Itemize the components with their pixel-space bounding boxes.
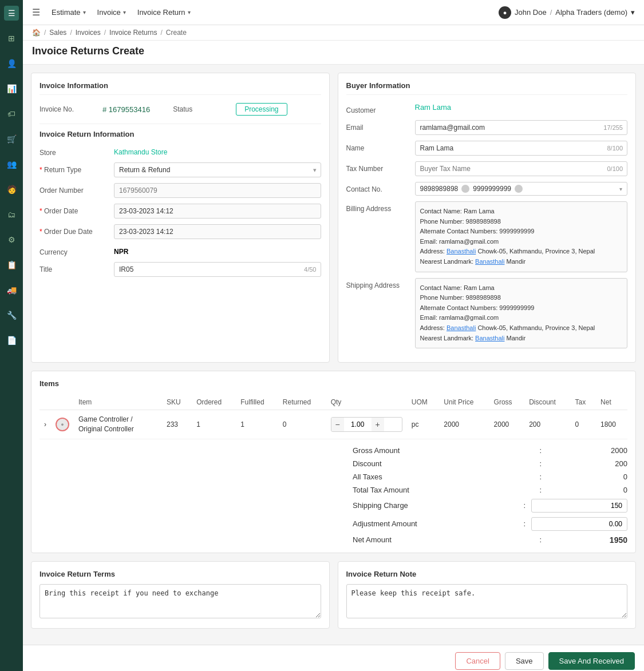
store-label: Store (39, 145, 108, 157)
shipping-address-link2[interactable]: Banasthali (475, 335, 504, 342)
total-tax-value: 0 (547, 486, 627, 494)
return-type-label: Return Type (39, 162, 108, 174)
invoice-info-card: Invoice Information Invoice No. # 167955… (31, 73, 330, 363)
sidebar-icon-chart[interactable]: 📊 (4, 81, 19, 96)
breadcrumb-home-icon[interactable]: 🏠 (32, 29, 41, 37)
sidebar-icon-cart[interactable]: 🛒 (4, 132, 19, 146)
name-count: 8/100 (607, 145, 623, 152)
order-due-date-row: Order Due Date (39, 224, 321, 239)
contact-arrow: ▾ (619, 186, 622, 192)
nav-invoice-return-label: Invoice Return (137, 8, 185, 17)
sidebar-icon-user[interactable]: 👤 (4, 56, 19, 71)
items-table: Item SKU Ordered Fulfilled Returned Qty … (39, 395, 627, 439)
buyer-info-title: Buyer Information (346, 81, 628, 95)
user-separator: / (550, 8, 552, 17)
billing-address-link1[interactable]: Banasthali (447, 248, 476, 255)
qty-control[interactable]: − + (331, 417, 402, 432)
qty-plus-button[interactable]: + (372, 418, 384, 431)
sidebar-icon-users[interactable]: 👥 (4, 157, 19, 172)
shipping-charge-input[interactable] (531, 499, 627, 513)
title-label: Title (39, 262, 108, 273)
sidebar-icon-folder[interactable]: 🗂 (4, 207, 19, 222)
order-due-date-input[interactable] (114, 224, 321, 239)
note-textarea[interactable]: Please keep this receipt safe. (346, 584, 628, 618)
net-amount-label: Net Amount (353, 535, 534, 544)
sidebar-icon-wrench[interactable]: 🔧 (4, 308, 19, 323)
return-type-select[interactable]: Return & Refund (114, 162, 321, 177)
items-card: Items Item SKU Ordered Fulfilled Returne… (31, 371, 636, 553)
sidebar-icon-person[interactable]: 🧑 (4, 182, 19, 197)
qty-input[interactable] (346, 420, 369, 428)
terms-textarea[interactable]: Bring this receipt if you need to exchan… (39, 584, 321, 618)
email-input-wrapper: 17/255 (415, 120, 628, 135)
contact1-dot (461, 185, 469, 193)
user-menu[interactable]: ● John Doe / Alpha Traders (demo) ▾ (499, 6, 635, 19)
return-type-select-wrapper[interactable]: Return & Refund (114, 162, 321, 177)
row-ordered: 1 (192, 410, 236, 439)
hamburger-icon[interactable]: ☰ (32, 7, 40, 18)
qty-minus-button[interactable]: − (331, 418, 344, 431)
breadcrumb-invoice-returns[interactable]: Invoice Returns (109, 29, 157, 37)
gross-amount-row: Gross Amount : 2000 (353, 446, 627, 455)
col-item: Item (74, 395, 162, 410)
sidebar-icon-tag[interactable]: 🏷 (4, 106, 19, 121)
name-row: Name 8/100 (346, 141, 628, 156)
email-input[interactable] (415, 120, 628, 135)
contact-label: Contact No. (346, 182, 409, 193)
total-tax-label: Total Tax Amount (353, 486, 534, 494)
email-label: Email (346, 120, 409, 132)
sidebar-icon-list[interactable]: 📋 (4, 257, 19, 272)
order-number-input[interactable] (114, 183, 321, 198)
tax-number-count: 0/100 (607, 165, 623, 172)
col-sku: SKU (162, 395, 192, 410)
nav-estimate[interactable]: Estimate ▾ (52, 8, 86, 17)
name-label: Name (346, 141, 409, 152)
name-input[interactable] (415, 141, 628, 156)
col-img (51, 395, 74, 410)
row-qty[interactable]: − + (326, 410, 407, 439)
user-menu-arrow: ▾ (631, 8, 635, 17)
currency-label: Currency (39, 245, 108, 256)
invoice-no-label: Invoice No. (39, 105, 91, 113)
row-uom: pc (407, 410, 439, 439)
save-button[interactable]: Save (505, 652, 544, 670)
sidebar-icon-menu[interactable]: ☰ (4, 6, 19, 21)
sidebar-icon-settings[interactable]: ⚙ (4, 232, 19, 247)
billing-address: Contact Name: Ram Lama Phone Number: 989… (415, 201, 628, 272)
note-card: Invoice Return Note Please keep this rec… (338, 561, 637, 629)
row-expand[interactable]: › (39, 410, 51, 439)
user-avatar-icon: ● (499, 6, 511, 19)
items-title: Items (39, 379, 627, 388)
currency-row: Currency NPR (39, 245, 321, 256)
order-date-input[interactable] (114, 204, 321, 219)
tax-number-input[interactable] (415, 161, 628, 176)
save-and-received-button[interactable]: Save And Received (548, 652, 635, 670)
shipping-address-link1[interactable]: Banasthali (447, 324, 476, 331)
title-count: 4/50 (304, 266, 316, 273)
cancel-button[interactable]: Cancel (455, 652, 500, 670)
contact-input[interactable]: 9898989898 9999999999 ▾ (415, 182, 628, 196)
sidebar-icon-truck[interactable]: 🚚 (4, 283, 19, 297)
billing-label: Billing Address (346, 201, 409, 213)
status-label: Status (173, 105, 224, 113)
row-sku: 233 (162, 410, 192, 439)
nav-invoice-arrow: ▾ (123, 9, 126, 15)
nav-invoice-return[interactable]: Invoice Return ▾ (137, 8, 191, 17)
shipping-address: Contact Name: Ram Lama Phone Number: 989… (415, 278, 628, 349)
table-row: › ● Game Controller / Original Controlle… (39, 410, 627, 439)
breadcrumb-invoices[interactable]: Invoices (76, 29, 101, 37)
breadcrumb-sales[interactable]: Sales (49, 29, 66, 37)
order-number-row: Order Number (39, 183, 321, 198)
sidebar-icon-dashboard[interactable]: ⊞ (4, 31, 19, 46)
status-badge: Processing (236, 103, 287, 116)
nav-invoice[interactable]: Invoice ▾ (97, 8, 126, 17)
all-taxes-value: 0 (547, 473, 627, 481)
nav-invoice-return-arrow: ▾ (188, 9, 191, 15)
row-tax: 0 (571, 410, 596, 439)
order-number-label: Order Number (39, 183, 108, 194)
top-nav: ☰ Estimate ▾ Invoice ▾ Invoice Return ▾ … (23, 0, 644, 25)
adjustment-input[interactable] (531, 517, 627, 531)
title-input[interactable] (114, 262, 321, 277)
billing-address-link2[interactable]: Banasthali (475, 258, 504, 265)
sidebar-icon-doc[interactable]: 📄 (4, 333, 19, 348)
